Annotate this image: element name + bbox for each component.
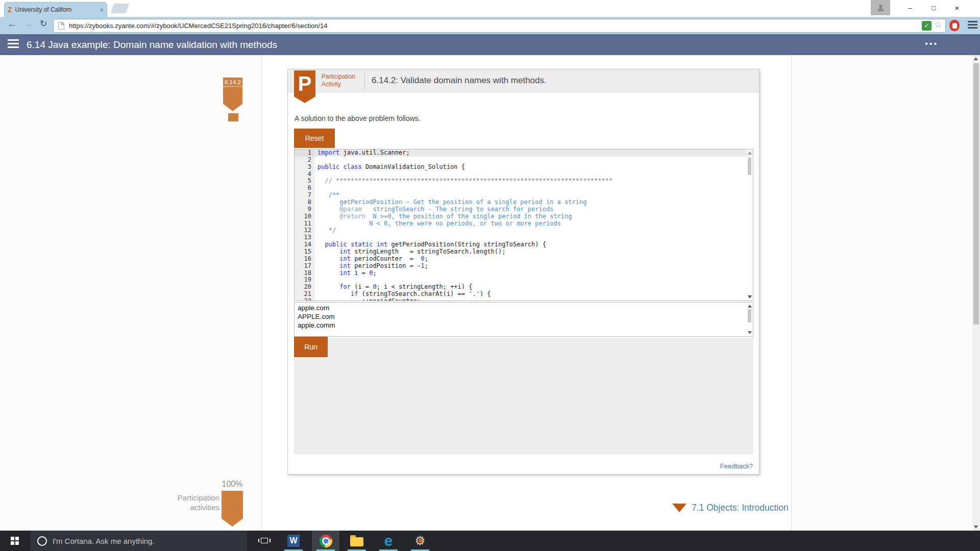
windows-logo-icon [11,537,19,545]
code-line: 8 getPeriodPosition - Get the position o… [295,199,753,206]
chrome-icon [320,535,332,547]
back-icon[interactable]: ← [7,18,17,30]
next-section-link[interactable]: 7.1 Objects: Introduction [672,503,789,513]
task-view-button[interactable] [253,531,276,551]
next-section-label[interactable]: 7.1 Objects: Introduction [692,503,789,513]
taskbar-edge-button[interactable]: e [375,531,402,551]
code-line: 12 */ [295,227,753,234]
maximize-button[interactable]: □ [922,0,945,15]
section-pennant-label: 6.14.2 [223,78,242,87]
word-icon: W [287,535,300,547]
forward-icon[interactable]: → [23,18,33,30]
code-line: 21 if (stringToSearch.charAt(i) == '.') … [295,291,753,298]
activity-card-header: Participation Activity 6.14.2: Validate … [288,69,759,92]
code-line: 13 [295,234,753,241]
nav-menu-icon[interactable] [8,39,19,50]
url-text[interactable]: https://zybooks.zyante.com/#/zybook/UCMe… [69,22,328,30]
page-scroll-thumb[interactable] [973,63,979,324]
code-line: 5 // ***********************************… [295,178,753,185]
tab-close-icon[interactable]: × [100,6,104,14]
code-line: 3public class DomainValidation_Solution … [295,164,753,171]
code-line: 7 /** [295,192,753,199]
profile-button[interactable] [871,0,890,15]
page-icon [58,22,64,30]
scroll-up-icon[interactable] [748,152,752,155]
header-divider [364,72,365,89]
progress-percent: 100% [218,480,246,489]
profile-icon [879,5,883,8]
code-editor[interactable]: 1import java.util.Scanner;23public class… [294,149,753,301]
scroll-up-icon[interactable] [748,305,752,308]
code-line: 6 [295,185,753,192]
intro-text: A solution to the above problem follows. [295,114,421,122]
browser-menu-icon[interactable] [968,21,977,30]
stdin-box [294,302,753,337]
activity-type-label: Participation Activity [322,73,355,88]
task-view-icon [261,538,268,543]
zybooks-favicon: Z [8,6,12,14]
completed-activity-square[interactable] [228,113,238,121]
file-explorer-icon [350,537,363,546]
code-line: 14 public static int getPeriodPosition(S… [295,241,753,248]
code-line: 15 int stringLength = stringToSearch.len… [295,248,753,256]
scroll-down-icon[interactable] [748,331,752,334]
overflow-menu-icon[interactable]: ••• [925,39,938,48]
code-line: 20 for (i = 0; i < stringLength; ++i) { [295,284,753,291]
gear-icon: ⚙ [414,534,426,547]
url-bar[interactable]: https://zybooks.zyante.com/#/zybook/UCMe… [53,19,946,33]
user-icon[interactable] [953,39,965,51]
progress-label: Participation activities [161,493,219,512]
code-line: 10 @return N >=0, the position of the si… [295,213,753,220]
taskbar-word-button[interactable]: W [280,531,307,551]
adblock-hand-icon[interactable] [949,20,960,31]
code-line: 9 @param stringToSearch - The string to … [295,206,753,213]
reset-button[interactable]: Reset [294,129,335,148]
progress-pennant [222,491,243,527]
code-line: 4 [295,171,753,178]
bookmark-star-icon[interactable]: ☆ [934,19,942,30]
taskbar-ide-button[interactable]: ⚙ [406,531,434,551]
code-line: 18 int i = 0; [295,270,753,277]
code-line: 11 N < 0, there were no periods, or two … [295,220,753,228]
activity-title: 6.14.2: Validate domain names with metho… [372,76,547,86]
page-scrollbar[interactable] [972,55,980,531]
refresh-icon[interactable]: ↻ [40,18,47,29]
stdin-textarea[interactable] [295,303,753,336]
code-line: 2 [295,157,753,164]
siteadvisor-icon[interactable]: ✓ [922,21,932,31]
program-output-area [294,338,753,455]
triangle-down-icon [672,504,687,512]
tab-title: University of Californ [15,6,98,13]
editor-scroll-thumb[interactable] [748,158,751,175]
activity-card: Participation Activity 6.14.2: Validate … [287,69,760,474]
edge-icon: e [384,533,393,548]
feedback-link[interactable]: Feedback? [720,462,753,470]
browser-tab[interactable]: Z University of Californ × [4,2,107,17]
page-title: 6.14 Java example: Domain name validatio… [27,39,277,51]
editor-scrollbar[interactable] [747,149,753,300]
participation-ribbon-icon: P [294,70,315,103]
taskbar: I'm Cortana. Ask me anything. W e ⚙ ✓ × … [0,531,980,551]
stdin-scroll-thumb[interactable] [748,309,751,322]
scroll-down-icon[interactable] [748,295,752,298]
code-line: 16 int periodCounter = 0; [295,256,753,263]
start-button[interactable] [0,531,30,551]
code-line: 19 [295,277,753,284]
stdin-scrollbar[interactable] [747,303,753,336]
code-lines: 1import java.util.Scanner;23public class… [295,149,753,301]
browser-toolbar: ← → ↻ https://zybooks.zyante.com/#/zyboo… [0,17,980,34]
cortana-icon [37,536,47,546]
scroll-up-icon[interactable] [974,57,978,60]
run-button[interactable]: Run [294,337,328,357]
taskbar-chrome-button[interactable] [312,531,339,551]
close-button[interactable]: × [945,0,969,15]
new-tab-button[interactable] [111,4,129,13]
cortana-search[interactable]: I'm Cortana. Ask me anything. [31,531,247,551]
browser-titlebar: Z University of Californ × – □ × [0,0,980,17]
code-line: 1import java.util.Scanner; [295,149,753,157]
minimize-button[interactable]: – [898,0,922,15]
taskbar-explorer-button[interactable] [343,531,371,551]
scroll-down-icon[interactable] [974,525,978,529]
zybooks-header: 6.14 Java example: Domain name validatio… [0,34,980,55]
code-line: 17 int periodPosition = -1; [295,263,753,270]
